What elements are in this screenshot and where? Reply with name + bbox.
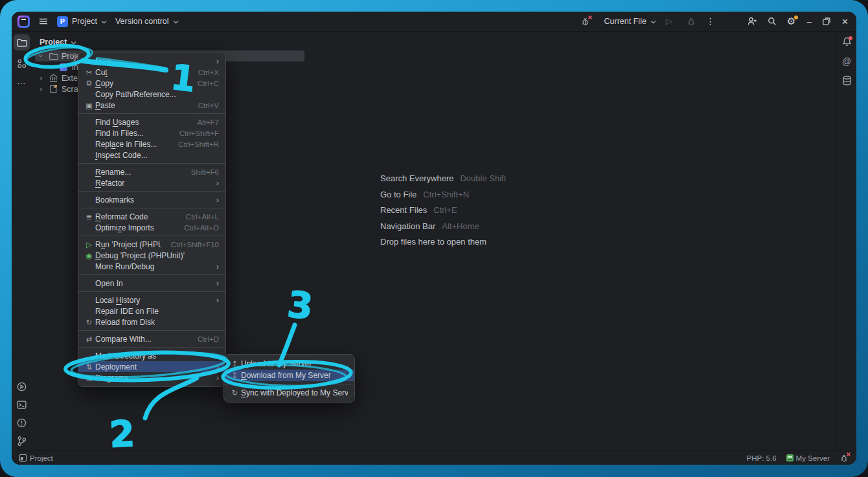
menu-item-shortcut: Shift+F6 [191,168,219,176]
menu-separator [78,291,225,292]
menu-item-debug-project-phpunit[interactable]: ◉Debug 'Project (PHPUnit)' [78,250,225,261]
project-widget-label: Project [72,17,97,26]
menu-item-cut[interactable]: ✂CutCtrl+X [78,67,225,78]
more-actions-icon[interactable]: ⋮ [706,16,716,27]
project-widget[interactable]: P Project [57,16,107,27]
vcs-widget-label: Version control [115,17,169,26]
hint-shortcut: Double Shift [460,173,506,183]
run-button[interactable]: ▷ [666,16,676,27]
code-with-me-icon[interactable] [747,16,757,27]
tree-expand-icon[interactable]: › [36,52,46,60]
menu-item-shortcut: Ctrl+D [198,335,219,343]
maximize-button[interactable] [821,16,832,27]
menu-item-bookmarks[interactable]: Bookmarks› [78,194,225,205]
settings-gear-icon[interactable]: ⚙ [787,16,797,27]
menu-item-open-in[interactable]: Open In› [78,278,225,289]
profiler-error-icon[interactable] [839,453,850,463]
ai-assistant-icon[interactable]: @ [841,56,852,67]
menu-item-diagrams[interactable]: ⊞Diagrams› [78,372,225,383]
menu-item-inspect-code[interactable]: Inspect Code... [78,150,225,161]
menu-item-label: Copy [95,79,187,88]
menu-item-new[interactable]: New› [78,56,225,67]
menu-item-copy[interactable]: ⧉CopyCtrl+C [78,78,225,89]
menu-item-run-project-phpunit[interactable]: ▷Run 'Project (PHPUnit)'Ctrl+Shift+F10 [78,239,225,250]
menu-item-shortcut: Ctrl+Alt+L [186,213,219,221]
debug-button[interactable] [686,16,696,27]
git-tool-icon[interactable] [16,436,27,447]
close-button[interactable]: ✕ [841,17,849,27]
menu-item-label: Replace in Files... [95,140,168,149]
menu-item-local-history[interactable]: Local History› [78,294,225,305]
menu-item-reload-from-disk[interactable]: ↻Reload from Disk [78,316,225,327]
menu-item-label: Find Usages [95,118,187,127]
submenu-arrow-icon: › [216,296,219,304]
problems-tool-icon[interactable] [16,417,27,428]
menu-item-repair-ide-on-file[interactable]: Repair IDE on File [78,305,225,316]
profiler-error-icon[interactable] [580,16,591,27]
menu-item-rename[interactable]: Rename...Shift+F6 [78,166,225,177]
menu-item-find-in-files[interactable]: Find in Files...Ctrl+Shift+F [78,128,225,139]
left-stripe-bottom [12,381,31,447]
menu-item-upload-to-my-server[interactable]: ↥Upload to My Server [224,358,354,370]
minimize-button[interactable]: – [807,17,812,27]
menu-item-label: Deployment [95,362,206,372]
menu-item-paste[interactable]: ▣PasteCtrl+V [78,100,225,111]
download-icon: ↧ [229,371,241,380]
hint-action-link[interactable]: Drop files here to open them [380,237,486,247]
hint-action-link[interactable]: Search Everywhere [380,173,453,183]
menu-item-shortcut: Ctrl+Shift+R [178,140,219,148]
menu-item-label: Download from My Server [241,371,348,380]
hint-action-link[interactable]: Navigation Bar [380,221,435,231]
menu-item-more-run-debug[interactable]: More Run/Debug› [78,261,225,272]
deployment-server-widget[interactable]: My Server [786,454,830,462]
sync-icon: ↻ [229,388,241,397]
settings-notification-dot [794,16,798,19]
project-tool-button[interactable] [14,34,30,50]
notification-dot [849,36,852,40]
phpstorm-logo-icon [17,16,30,28]
copy-icon: ⧉ [83,79,95,87]
menu-item-download-from-my-server[interactable]: ↧Download from My Server [224,370,354,381]
menu-item-optimize-imports[interactable]: Optimize ImportsCtrl+Alt+O [78,222,225,233]
hint-action-link[interactable]: Recent Files [380,205,427,215]
editor-hint-navigation-bar: Navigation BarAlt+Home [380,221,506,230]
hint-action-link[interactable]: Go to File [380,190,417,199]
libraries-icon [48,73,58,83]
main-menu-icon[interactable] [38,16,49,27]
menu-item-copy-path-reference[interactable]: Copy Path/Reference... [78,89,225,100]
menu-item-compare-with[interactable]: ⇄Compare With...Ctrl+D [78,333,225,344]
menu-item-label: Mark Directory as [95,351,206,361]
statusbar-project-widget[interactable]: Project [12,454,53,462]
project-panel-title: Project [40,38,67,47]
menu-item-deployment[interactable]: ⇅Deployment› [78,361,225,372]
hint-shortcut: Alt+Home [442,221,479,231]
terminal-tool-icon[interactable] [16,399,27,410]
submenu-arrow-icon: › [216,195,219,204]
database-tool-icon[interactable] [841,75,852,86]
project-panel-header[interactable]: Project [31,32,308,49]
screenshot: P Project Version control Current File [0,0,868,477]
menu-item-shortcut: Ctrl+Shift+F [179,129,219,137]
chevron-down-icon [650,17,656,26]
menu-item-mark-directory-as[interactable]: Mark Directory as› [78,350,225,361]
tree-expand-icon[interactable]: › [38,73,45,83]
debug-icon: ◉ [83,251,95,260]
search-icon[interactable] [767,16,777,27]
menu-item-label: Rename... [95,168,181,177]
empty-editor-hints: Search EverywhereDouble ShiftGo to FileC… [380,173,506,245]
menu-item-refactor[interactable]: Refactor› [78,177,225,188]
php-version-widget[interactable]: PHP: 5.6 [747,454,777,462]
project-context-menu: New›✂CutCtrl+X⧉CopyCtrl+CCopy Path/Refer… [78,52,226,387]
more-tools-icon[interactable]: ⋯ [16,77,27,88]
notifications-bell-icon[interactable] [841,36,852,47]
services-tool-icon[interactable] [16,381,27,392]
vcs-widget[interactable]: Version control [115,17,179,26]
menu-item-find-usages[interactable]: Find UsagesAlt+F7 [78,116,225,128]
menu-item-sync-with-deployed-to-my-server[interactable]: ↻Sync with Deployed to My Server... [224,387,354,399]
menu-item-reformat-code[interactable]: ≣Reformat CodeCtrl+Alt+L [78,211,225,222]
run-configuration-widget[interactable]: Current File [604,17,656,26]
menu-item-replace-in-files[interactable]: Replace in Files...Ctrl+Shift+R [78,139,225,150]
structure-tool-icon[interactable] [16,58,27,69]
submenu-arrow-icon: › [216,279,219,287]
tree-expand-icon[interactable]: › [38,84,45,94]
